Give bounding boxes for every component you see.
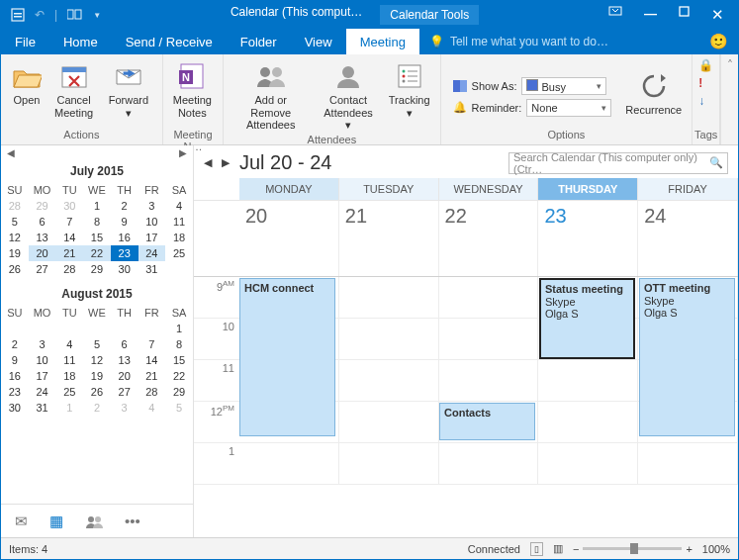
prev-week-icon[interactable]: ◀ (204, 156, 212, 169)
cal-day[interactable]: 9 (111, 214, 139, 230)
collapse-ribbon-icon[interactable]: ˄ (720, 54, 738, 144)
cal-day[interactable]: 13 (111, 352, 139, 368)
cal-day[interactable]: 6 (111, 336, 139, 352)
cal-day[interactable]: 5 (165, 400, 193, 416)
cal-day[interactable]: 23 (1, 384, 29, 400)
cal-day[interactable]: 22 (165, 368, 193, 384)
undo-icon[interactable]: ↶ (35, 8, 45, 22)
appointment[interactable]: OTT meetingSkypeOlga S (639, 278, 735, 436)
cal-day[interactable] (29, 321, 56, 336)
cal-day[interactable]: 16 (111, 230, 139, 245)
more-icon[interactable]: ••• (125, 513, 140, 529)
cal-day[interactable]: 10 (139, 214, 166, 230)
cal-day[interactable]: 27 (29, 261, 56, 277)
cal-day[interactable] (165, 261, 193, 277)
cal-day[interactable]: 17 (29, 368, 56, 384)
cal-day[interactable]: 2 (111, 198, 139, 214)
showas-select[interactable]: Busy (521, 77, 606, 95)
cal-day[interactable]: 14 (139, 352, 166, 368)
reminder-select[interactable]: None (526, 99, 611, 117)
cal-day[interactable]: 12 (83, 352, 111, 368)
cal-day[interactable]: 29 (165, 384, 193, 400)
cal-day[interactable]: 23 (111, 245, 139, 261)
qat-customize-icon[interactable] (67, 9, 83, 21)
time-cell[interactable] (439, 319, 539, 359)
cal-day[interactable]: 10 (29, 352, 56, 368)
cal-day[interactable]: 8 (83, 214, 111, 230)
low-importance-icon[interactable]: ↓ (698, 94, 704, 108)
cal-day[interactable]: 28 (1, 198, 29, 214)
cal-day[interactable]: 29 (29, 198, 56, 214)
day-header[interactable]: FRIDAY (638, 178, 738, 200)
add-remove-attendees-button[interactable]: Add or Remove Attendees (230, 58, 312, 134)
day-header[interactable]: TUESDAY (339, 178, 439, 200)
zoom-in-icon[interactable]: + (686, 543, 692, 555)
time-cell[interactable] (339, 319, 439, 359)
high-importance-icon[interactable]: ! (698, 76, 702, 90)
allday-tue[interactable]: 21 (339, 201, 439, 276)
prev-month-icon[interactable]: ◀ (7, 147, 15, 158)
time-cell[interactable] (538, 402, 638, 442)
allday-mon[interactable]: 20 (239, 201, 339, 276)
cal-day[interactable]: 28 (55, 261, 83, 277)
mini-calendar-july[interactable]: SUMOTUWETHFRSA 2829301234567891011121314… (1, 182, 193, 277)
minimize-icon[interactable]: — (644, 6, 657, 24)
tab-view[interactable]: View (291, 29, 346, 54)
cal-day[interactable]: 27 (111, 384, 139, 400)
close-icon[interactable]: ✕ (711, 6, 724, 24)
zoom-slider[interactable] (583, 547, 682, 550)
cal-day[interactable]: 1 (165, 321, 193, 336)
time-cell[interactable] (339, 360, 439, 401)
mini-calendar-august[interactable]: SUMOTUWETHFRSA 1234567891011121314151617… (1, 305, 193, 416)
time-cell[interactable] (439, 443, 539, 484)
cal-day[interactable]: 21 (55, 245, 83, 261)
zoom-out-icon[interactable]: − (573, 543, 579, 555)
contact-attendees-button[interactable]: Contact Attendees ▾ (316, 58, 381, 134)
cal-day[interactable]: 1 (55, 400, 83, 416)
cal-day[interactable]: 29 (83, 261, 111, 277)
view-normal-icon[interactable]: ▯ (530, 542, 543, 556)
allday-wed[interactable]: 22 (439, 201, 539, 276)
cal-day[interactable] (83, 321, 111, 336)
zoom-control[interactable]: − + 100% (573, 543, 730, 555)
cal-day[interactable]: 26 (83, 384, 111, 400)
cal-day[interactable]: 3 (111, 400, 139, 416)
cal-day[interactable]: 14 (55, 230, 83, 245)
cal-day[interactable] (1, 321, 29, 336)
feedback-smiley-icon[interactable]: 🙂 (699, 33, 738, 50)
cal-day[interactable]: 1 (83, 198, 111, 214)
forward-button[interactable]: Forward ▾ (101, 58, 156, 121)
cal-day[interactable]: 25 (165, 245, 193, 261)
cal-day[interactable]: 16 (1, 368, 29, 384)
cal-day[interactable]: 6 (29, 214, 56, 230)
cal-day[interactable]: 18 (165, 230, 193, 245)
cal-day[interactable]: 13 (29, 230, 56, 245)
view-reading-icon[interactable]: ▥ (553, 542, 563, 555)
allday-thu[interactable]: 23 (538, 201, 638, 276)
allday-fri[interactable]: 24 (638, 201, 738, 276)
cal-day[interactable]: 20 (29, 245, 56, 261)
cal-day[interactable]: 2 (1, 336, 29, 352)
time-cell[interactable] (339, 402, 439, 442)
maximize-icon[interactable] (679, 6, 690, 24)
ribbon-options-icon[interactable] (608, 6, 622, 24)
tab-file[interactable]: File (1, 29, 49, 54)
cal-day[interactable] (139, 321, 166, 336)
next-week-icon[interactable]: ▶ (222, 156, 230, 169)
cal-day[interactable]: 17 (139, 230, 166, 245)
time-cell[interactable] (538, 360, 638, 401)
qat-dropdown-icon[interactable]: ▼ (93, 11, 101, 20)
next-month-icon[interactable]: ▶ (179, 147, 187, 158)
cal-day[interactable]: 24 (139, 245, 166, 261)
time-cell[interactable] (638, 443, 738, 484)
tracking-button[interactable]: Tracking▾ (385, 58, 434, 121)
cal-day[interactable]: 15 (83, 230, 111, 245)
tab-home[interactable]: Home (49, 29, 112, 54)
tab-send-receive[interactable]: Send / Receive (112, 29, 227, 54)
cal-day[interactable]: 22 (83, 245, 111, 261)
cal-day[interactable]: 5 (83, 336, 111, 352)
day-header[interactable]: MONDAY (239, 178, 339, 200)
cancel-meeting-button[interactable]: Cancel Meeting (50, 58, 97, 121)
cal-day[interactable] (111, 321, 139, 336)
tell-me[interactable]: 💡 Tell me what you want to do… (419, 35, 699, 48)
